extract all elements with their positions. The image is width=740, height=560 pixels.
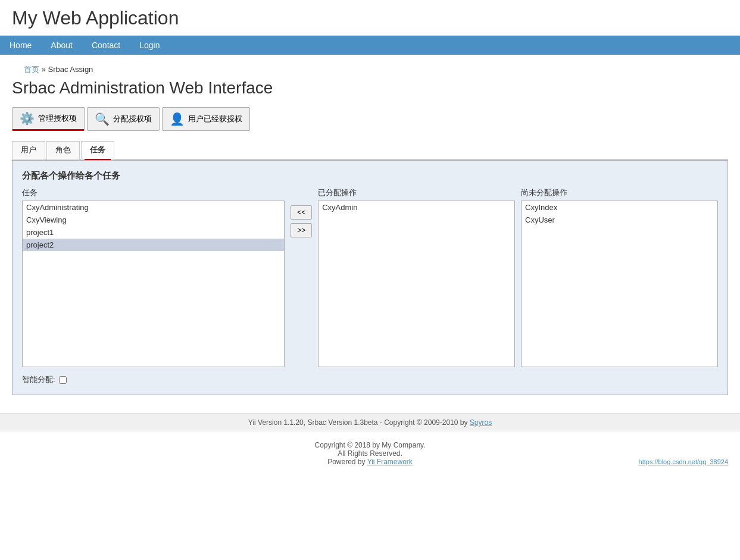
csdn-link[interactable]: https://blog.csdn.net/qq_38924 xyxy=(639,458,728,465)
content: 首页 » Srbac Assign Srbac Administration W… xyxy=(0,55,740,401)
tab-task[interactable]: 任务 xyxy=(81,141,114,159)
nav-login[interactable]: Login xyxy=(130,36,169,55)
app-title: My Web Application xyxy=(12,7,728,29)
header: My Web Application xyxy=(0,0,740,36)
task-item-cxyadmin[interactable]: CxyAdministrating xyxy=(23,201,284,214)
assigned-section: 已分配操作 CxyAdmin xyxy=(318,187,515,367)
assigned-label: 已分配操作 xyxy=(318,187,515,198)
assign-auth-button[interactable]: 🔍 分配授权项 xyxy=(87,107,160,131)
manage-auth-label: 管理授权项 xyxy=(38,113,77,124)
search-icon: 🔍 xyxy=(95,112,110,126)
task-item-project2[interactable]: project2 xyxy=(23,239,284,251)
task-section: 任务 CxyAdministrating CxyViewing project1… xyxy=(22,187,285,367)
footer-info: Yii Version 1.1.20, Srbac Version 1.3bet… xyxy=(0,413,740,431)
middle-buttons: << >> xyxy=(291,187,312,237)
footer-line3: Powered by Yii Framework xyxy=(10,458,730,466)
smart-assign-checkbox[interactable] xyxy=(59,376,67,384)
tabs: 用户 角色 任务 xyxy=(12,140,728,160)
breadcrumb-separator: » xyxy=(42,65,48,74)
move-right-button[interactable]: >> xyxy=(291,223,312,237)
assign-auth-label: 分配授权项 xyxy=(113,114,152,124)
nav-contact[interactable]: Contact xyxy=(82,36,130,55)
unassigned-list[interactable]: CxyIndex CxyUser xyxy=(521,201,718,367)
nav-about[interactable]: About xyxy=(41,36,82,55)
footer-info-link[interactable]: Spyros xyxy=(470,418,492,427)
navbar: Home About Contact Login xyxy=(0,36,740,55)
manage-auth-button[interactable]: ⚙️ 管理授权项 xyxy=(12,107,85,131)
task-label: 任务 xyxy=(22,187,285,198)
task-item-cxyviewing[interactable]: CxyViewing xyxy=(23,214,284,226)
user-auth-label: 用户已经获授权 xyxy=(188,114,242,124)
footer-wrapper: Copyright © 2018 by My Company. All Righ… xyxy=(0,431,740,475)
assign-layout: 任务 CxyAdministrating CxyViewing project1… xyxy=(22,187,718,367)
assigned-item-cxyadmin[interactable]: CxyAdmin xyxy=(319,201,514,214)
nav-home[interactable]: Home xyxy=(0,36,41,55)
footer-line2: All Rights Reserved. xyxy=(10,449,730,458)
smart-assign: 智能分配: xyxy=(22,374,718,385)
user-auth-button[interactable]: 👤 用户已经获授权 xyxy=(162,107,250,131)
task-list[interactable]: CxyAdministrating CxyViewing project1 pr… xyxy=(22,201,285,367)
unassigned-label: 尚未分配操作 xyxy=(521,187,718,198)
unassigned-item-cxyindex[interactable]: CxyIndex xyxy=(522,201,717,214)
main-panel: 分配各个操作给各个任务 任务 CxyAdministrating CxyView… xyxy=(12,160,728,395)
yii-link[interactable]: Yii Framework xyxy=(367,458,413,466)
user-icon: 👤 xyxy=(170,112,185,126)
move-left-button[interactable]: << xyxy=(291,205,312,220)
unassigned-item-cxyuser[interactable]: CxyUser xyxy=(522,214,717,226)
assigned-list[interactable]: CxyAdmin xyxy=(318,201,515,367)
gear-icon: ⚙️ xyxy=(20,111,35,126)
page-heading: Srbac Administration Web Interface xyxy=(12,79,728,98)
smart-assign-label: 智能分配: xyxy=(22,374,55,385)
breadcrumb-current: Srbac Assign xyxy=(48,65,93,74)
tab-role[interactable]: 角色 xyxy=(46,141,80,159)
breadcrumb: 首页 » Srbac Assign xyxy=(12,61,728,79)
footer-line1: Copyright © 2018 by My Company. xyxy=(10,441,730,449)
task-item-project1[interactable]: project1 xyxy=(23,226,284,239)
unassigned-section: 尚未分配操作 CxyIndex CxyUser xyxy=(521,187,718,367)
breadcrumb-home[interactable]: 首页 xyxy=(24,65,39,74)
tab-user[interactable]: 用户 xyxy=(12,141,45,159)
toolbar: ⚙️ 管理授权项 🔍 分配授权项 👤 用户已经获授权 xyxy=(12,107,728,131)
footer-info-text: Yii Version 1.1.20, Srbac Version 1.3bet… xyxy=(248,418,470,427)
panel-title: 分配各个操作给各个任务 xyxy=(22,170,718,182)
